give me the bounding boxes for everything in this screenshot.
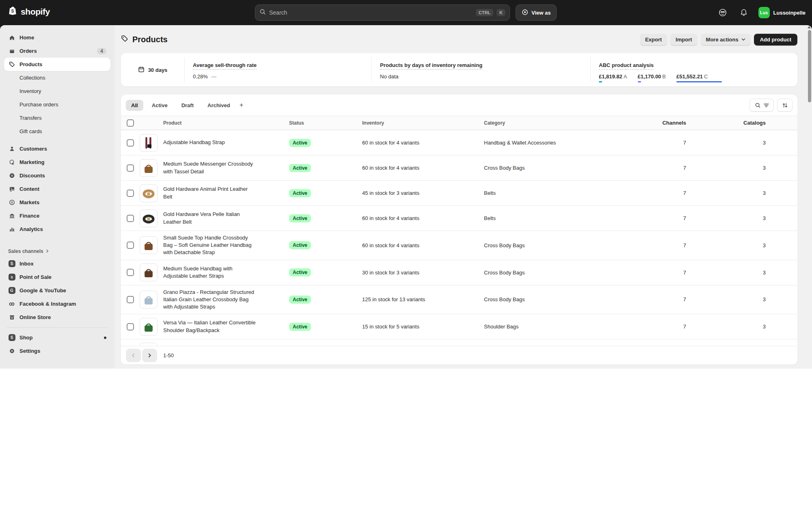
next-page-button[interactable] (142, 349, 157, 362)
view-as-button[interactable]: View as (516, 4, 557, 21)
sidebar-item-products[interactable]: Products (4, 58, 110, 71)
account-menu[interactable]: Lus Lussoinpelle (758, 7, 806, 18)
product-name-link[interactable]: Adjustable Handbag Strap (163, 139, 257, 146)
sales-channels-section[interactable]: Sales channels (4, 246, 110, 257)
table-row[interactable]: Versa Via — Italian Leather Convertible … (121, 314, 797, 339)
sidebar-item-facebook-instagram[interactable]: Facebook & Instagram (4, 297, 110, 311)
search-input[interactable] (269, 9, 473, 16)
table-row[interactable]: Grano Piazza - Rectangular Structured It… (121, 285, 797, 314)
sidebar-item-shop[interactable]: S Shop (4, 331, 110, 344)
notifications-bell-button[interactable] (737, 6, 750, 19)
sidebar-item-purchase-orders[interactable]: Purchase orders (4, 98, 110, 111)
product-thumbnail (140, 236, 158, 254)
shortcut-k-key: K (497, 9, 505, 16)
global-search[interactable]: CTRL K (255, 4, 510, 21)
row-checkbox[interactable] (127, 215, 134, 222)
row-checkbox[interactable] (127, 269, 134, 276)
column-header-channels[interactable]: Channels (662, 120, 701, 126)
row-checkbox[interactable] (127, 323, 134, 330)
sort-button[interactable] (777, 99, 793, 112)
sidebar-item-markets[interactable]: $ Markets (4, 196, 110, 209)
sidebar-item-point-of-sale[interactable]: s Point of Sale (4, 270, 110, 284)
table-row[interactable]: Gold Hardware Vera Pelle Italian Leather… (121, 205, 797, 231)
sidebar-item-orders[interactable]: Orders 4 (4, 44, 110, 58)
abc-analysis-link[interactable]: ABC product analysis (599, 62, 654, 70)
previous-page-button[interactable] (126, 349, 141, 362)
column-header-category[interactable]: Category (484, 120, 659, 126)
row-checkbox[interactable] (127, 242, 134, 249)
more-actions-button[interactable]: More actions (701, 34, 751, 45)
catalogs-cell: 3 (763, 324, 797, 330)
row-checkbox[interactable] (127, 190, 134, 197)
tab-all[interactable]: All (126, 100, 143, 111)
product-thumbnail (140, 209, 158, 227)
table-row[interactable]: Medium Suede Messenger Crossbody with Ta… (121, 155, 797, 180)
column-header-inventory[interactable]: Inventory (362, 120, 484, 126)
abc-grade-b[interactable]: £1,170.00B (638, 73, 666, 82)
index-filters: All Active Draft Archived + (121, 95, 797, 116)
top-bar: S shopify CTRL K View as (0, 0, 812, 25)
product-name-link[interactable]: Gold Hardware Vera Pelle Italian Leather… (163, 211, 257, 225)
add-view-button[interactable]: + (235, 99, 248, 111)
scrollbar-up-arrow[interactable] (808, 26, 811, 28)
settings-gear-icon (8, 348, 15, 354)
sidebar-item-inventory[interactable]: Inventory (4, 84, 110, 98)
sidebar-item-inbox[interactable]: S Inbox (4, 257, 110, 270)
sidebar-item-home[interactable]: Home (4, 31, 110, 44)
product-name-link[interactable]: Versa Via — Italian Leather Convertible … (163, 319, 257, 334)
tab-draft[interactable]: Draft (176, 100, 199, 111)
sidebar-item-settings[interactable]: Settings (4, 344, 110, 358)
column-header-status[interactable]: Status (289, 120, 362, 126)
sidebar-item-collections[interactable]: Collections (4, 71, 110, 84)
category-cell: Belts (484, 215, 659, 221)
category-cell: Cross Body Bags (484, 165, 659, 171)
row-checkbox[interactable] (127, 139, 134, 147)
pagination-bar: 1-50 (121, 346, 797, 365)
table-row[interactable]: Gold Hardware Animal Print Leather Belt … (121, 180, 797, 205)
tab-active[interactable]: Active (147, 100, 173, 111)
scrollbar-thumb[interactable] (808, 30, 811, 102)
status-badge: Active (289, 296, 311, 304)
product-name-link[interactable]: Small Suede Top Handle Crossbody Bag – S… (163, 234, 257, 257)
abc-grade-c[interactable]: £51,552.21C (676, 73, 722, 82)
sidekick-assistant-button[interactable] (716, 6, 729, 19)
import-button[interactable]: Import (670, 34, 697, 45)
row-checkbox[interactable] (127, 296, 134, 303)
product-name-link[interactable]: Grano Piazza - Rectangular Structured It… (163, 289, 257, 311)
product-name-link[interactable]: Gold Hardware Animal Print Leather Belt (163, 186, 257, 200)
table-row[interactable]: Adjustable Handbag Strap Active 60 in st… (121, 130, 797, 155)
add-product-button[interactable]: Add product (754, 34, 797, 45)
sidebar-item-transfers[interactable]: Transfers (4, 111, 110, 125)
inventory-days-link[interactable]: Products by days of inventory remaining (380, 62, 482, 70)
tab-archived[interactable]: Archived (202, 100, 235, 111)
table-row-partial[interactable] (121, 339, 797, 346)
sidebar-item-google-youtube[interactable]: G Google & YouTube (4, 284, 110, 297)
sidebar-item-online-store[interactable]: Online Store (4, 311, 110, 324)
date-range-button[interactable]: 30 days (121, 53, 184, 86)
sell-through-rate-link[interactable]: Average sell-through rate (193, 62, 257, 70)
sidebar-item-discounts[interactable]: Discounts (4, 169, 110, 182)
abc-grade-a[interactable]: £1,819.82A (599, 73, 627, 82)
product-name-link[interactable]: Medium Suede Messenger Crossbody with Ta… (163, 160, 257, 175)
sidebar-item-content[interactable]: Content (4, 182, 110, 196)
row-checkbox[interactable] (127, 164, 134, 172)
product-name-link[interactable]: Medium Suede Handbag with Adjustable Lea… (163, 265, 257, 280)
sidebar-item-analytics[interactable]: Analytics (4, 222, 110, 236)
table-row[interactable]: Medium Suede Handbag with Adjustable Lea… (121, 260, 797, 285)
sidebar-item-gift-cards[interactable]: Gift cards (4, 125, 110, 138)
export-button[interactable]: Export (640, 34, 667, 45)
customers-icon (8, 146, 15, 152)
table-row[interactable]: Small Suede Top Handle Crossbody Bag – S… (121, 231, 797, 260)
search-and-filter-button[interactable] (749, 99, 774, 112)
column-header-product[interactable]: Product (163, 120, 289, 126)
column-header-catalogs[interactable]: Catalogs (743, 120, 797, 126)
analytics-summary-card: 30 days Average sell-through rate 0.28% … (121, 53, 797, 86)
select-all-checkbox[interactable] (127, 119, 134, 127)
status-badge: Active (289, 241, 311, 249)
inventory-cell: 15 in stock for 5 variants (362, 324, 484, 330)
sidebar-item-finance[interactable]: Finance (4, 209, 110, 222)
inventory-cell: 60 in stock for 4 variants (362, 215, 484, 221)
sidebar-item-marketing[interactable]: Marketing (4, 155, 110, 169)
status-badge: Active (289, 268, 311, 276)
sidebar-item-customers[interactable]: Customers (4, 142, 110, 155)
